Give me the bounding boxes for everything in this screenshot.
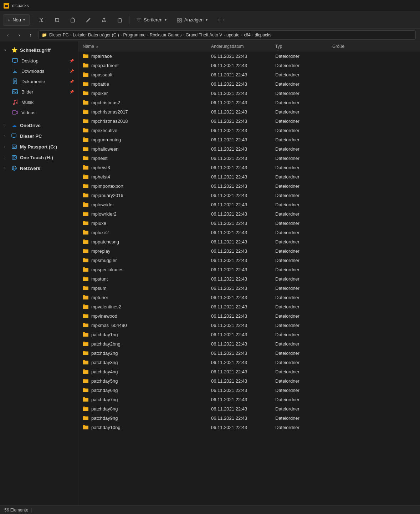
table-row[interactable]: patchday9ng 06.11.2021 22:43 Dateiordner <box>78 413 420 423</box>
breadcrumb-local-drive[interactable]: Lokaler Datenträger (C:) <box>73 32 119 37</box>
sidebar-item-downloads[interactable]: Downloads 📌 <box>1 66 77 76</box>
table-row[interactable]: mpimportexport 06.11.2021 22:43 Dateiord… <box>78 181 420 191</box>
sidebar-item-desktop[interactable]: Desktop 📌 <box>1 56 77 66</box>
table-row[interactable]: mphalloween 06.11.2021 22:43 Dateiordner <box>78 144 420 153</box>
table-row[interactable]: mpsum 06.11.2021 22:43 Dateiordner <box>78 283 420 293</box>
table-row[interactable]: mpchristmas2017 06.11.2021 22:43 Dateior… <box>78 107 420 116</box>
table-row[interactable]: mpheist4 06.11.2021 22:43 Dateiordner <box>78 172 420 181</box>
table-row[interactable]: mpstunt 06.11.2021 22:43 Dateiordner <box>78 274 420 283</box>
sidebar-section-netzwerk[interactable]: › Netzwerk <box>1 163 77 173</box>
view-button[interactable]: Anzeigen ▾ <box>172 14 212 26</box>
cut-button[interactable] <box>34 14 48 26</box>
table-row[interactable]: mppatchesng 06.11.2021 22:43 Dateiordner <box>78 237 420 246</box>
table-row[interactable]: mpchristmas2 06.11.2021 22:43 Dateiordne… <box>78 98 420 107</box>
nav-bar: ‹ › ↑ 📁 Dieser PC › Lokaler Datenträger … <box>0 29 420 41</box>
file-type: Dateiordner <box>274 174 331 180</box>
svg-rect-16 <box>12 111 16 114</box>
file-name: mpvalentines2 <box>91 304 121 309</box>
folder-icon <box>83 350 88 356</box>
table-row[interactable]: patchday1ng 06.11.2021 22:43 Dateiordner <box>78 330 420 339</box>
sidebar-section-onedrive[interactable]: › ☁ OneDrive <box>1 120 77 130</box>
col-header-type[interactable]: Typ <box>274 41 331 51</box>
sidebar-item-dokumente[interactable]: Dokumente 📌 <box>1 76 77 86</box>
file-name-cell: patchday2bng <box>81 341 210 347</box>
col-header-name[interactable]: Name ▲ <box>81 41 210 51</box>
file-date: 06.11.2021 22:43 <box>210 91 274 96</box>
file-list: mpairrace 06.11.2021 22:43 Dateiordner m… <box>78 51 420 505</box>
table-row[interactable]: mpxmas_604490 06.11.2021 22:43 Dateiordn… <box>78 321 420 330</box>
sidebar-section-mypassport[interactable]: › My Passport (G:) <box>1 142 77 152</box>
breadcrumb-rockstar[interactable]: Rockstar Games <box>150 32 181 37</box>
table-row[interactable]: mpvalentines2 06.11.2021 22:43 Dateiordn… <box>78 302 420 311</box>
table-row[interactable]: mpbiker 06.11.2021 22:43 Dateiordner <box>78 89 420 98</box>
table-row[interactable]: mpjanuary2016 06.11.2021 22:43 Dateiordn… <box>78 191 420 200</box>
file-date: 06.11.2021 22:43 <box>210 258 274 263</box>
sidebar-section-dieserpc[interactable]: › Dieser PC <box>1 131 77 141</box>
table-row[interactable]: patchday5ng 06.11.2021 22:43 Dateiordner <box>78 376 420 386</box>
delete-button[interactable] <box>113 14 127 26</box>
breadcrumb-dlcpacks[interactable]: dlcpacks <box>255 32 271 37</box>
sidebar-item-musik[interactable]: Musik <box>1 97 77 107</box>
table-row[interactable]: mpspecialraces 06.11.2021 22:43 Dateiord… <box>78 265 420 274</box>
table-row[interactable]: mpbattle 06.11.2021 22:43 Dateiordner <box>78 79 420 89</box>
breadcrumb-update[interactable]: update <box>226 32 240 37</box>
folder-icon <box>83 146 88 152</box>
table-row[interactable]: mpluxe 06.11.2021 22:43 Dateiordner <box>78 218 420 228</box>
breadcrumb-gta[interactable]: Grand Theft Auto V <box>186 32 222 37</box>
share-button[interactable] <box>97 14 111 26</box>
sidebar-item-bilder[interactable]: Bilder 📌 <box>1 87 77 97</box>
table-row[interactable]: mptuner 06.11.2021 22:43 Dateiordner <box>78 293 420 302</box>
sidebar-item-videos[interactable]: Videos <box>1 107 77 117</box>
copy-button[interactable] <box>50 14 64 26</box>
table-row[interactable]: mpheist 06.11.2021 22:43 Dateiordner <box>78 153 420 163</box>
table-row[interactable]: patchday4ng 06.11.2021 22:43 Dateiordner <box>78 367 420 376</box>
table-row[interactable]: patchday6ng 06.11.2021 22:43 Dateiordner <box>78 386 420 395</box>
status-item-count: 56 Elemente <box>4 508 28 513</box>
col-header-size[interactable]: Größe <box>331 41 417 51</box>
paste-button[interactable] <box>66 14 80 26</box>
breadcrumb-x64[interactable]: x64 <box>244 32 250 37</box>
file-name: mpxmas_604490 <box>91 323 127 328</box>
rename-button[interactable] <box>81 14 96 26</box>
table-row[interactable]: mpgunrunning 06.11.2021 22:43 Dateiordne… <box>78 135 420 144</box>
table-row[interactable]: mpluxe2 06.11.2021 22:43 Dateiordner <box>78 228 420 237</box>
table-row[interactable]: mpexecutive 06.11.2021 22:43 Dateiordner <box>78 126 420 135</box>
dokumente-pin: 📌 <box>70 80 74 84</box>
table-row[interactable]: patchday10ng 06.11.2021 22:43 Dateiordne… <box>78 423 420 432</box>
table-row[interactable]: mplowrider2 06.11.2021 22:43 Dateiordner <box>78 209 420 218</box>
col-header-date[interactable]: Änderungsdatum <box>210 41 274 51</box>
forward-button[interactable]: › <box>14 30 24 40</box>
table-row[interactable]: mpheist3 06.11.2021 22:43 Dateiordner <box>78 163 420 172</box>
more-button[interactable]: ··· <box>213 14 229 26</box>
folder-icon <box>83 211 88 217</box>
table-row[interactable]: mpreplay 06.11.2021 22:43 Dateiordner <box>78 246 420 256</box>
up-button[interactable]: ↑ <box>26 30 36 40</box>
share-icon <box>101 17 107 23</box>
table-row[interactable]: patchday2ng 06.11.2021 22:43 Dateiordner <box>78 348 420 358</box>
new-button[interactable]: + Neu ▾ <box>3 14 30 26</box>
folder-icon <box>83 90 88 96</box>
folder-icon <box>83 267 88 273</box>
table-row[interactable]: mplowrider 06.11.2021 22:43 Dateiordner <box>78 200 420 209</box>
breadcrumb-sep-5: › <box>224 33 225 37</box>
table-row[interactable]: mpsmuggler 06.11.2021 22:43 Dateiordner <box>78 256 420 265</box>
back-button[interactable]: ‹ <box>3 30 13 40</box>
table-row[interactable]: mpchristmas2018 06.11.2021 22:43 Dateior… <box>78 116 420 126</box>
table-row[interactable]: patchday7ng 06.11.2021 22:43 Dateiordner <box>78 395 420 404</box>
table-row[interactable]: mpvinewood 06.11.2021 22:43 Dateiordner <box>78 311 420 321</box>
file-name-cell: mpchristmas2 <box>81 100 210 106</box>
file-date: 06.11.2021 22:43 <box>210 119 274 124</box>
file-name: mpimportexport <box>91 183 123 189</box>
sidebar-section-schnellzugriff[interactable]: ▾ ⭐ Schnellzugriff <box>1 45 77 55</box>
table-row[interactable]: mpassault 06.11.2021 22:43 Dateiordner <box>78 70 420 79</box>
table-row[interactable]: mpairrace 06.11.2021 22:43 Dateiordner <box>78 51 420 61</box>
breadcrumb-programme[interactable]: Programme <box>123 32 145 37</box>
table-row[interactable]: patchday8ng 06.11.2021 22:43 Dateiordner <box>78 404 420 413</box>
sort-button[interactable]: Sortieren ▾ <box>132 14 171 26</box>
sidebar-section-onetouch[interactable]: › One Touch (H:) <box>1 152 77 162</box>
breadcrumb-this-pc[interactable]: Dieser PC <box>49 32 69 37</box>
file-name-cell: mppatchesng <box>81 239 210 245</box>
table-row[interactable]: patchday3ng 06.11.2021 22:43 Dateiordner <box>78 358 420 367</box>
table-row[interactable]: mpapartment 06.11.2021 22:43 Dateiordner <box>78 61 420 70</box>
table-row[interactable]: patchday2bng 06.11.2021 22:43 Dateiordne… <box>78 339 420 348</box>
